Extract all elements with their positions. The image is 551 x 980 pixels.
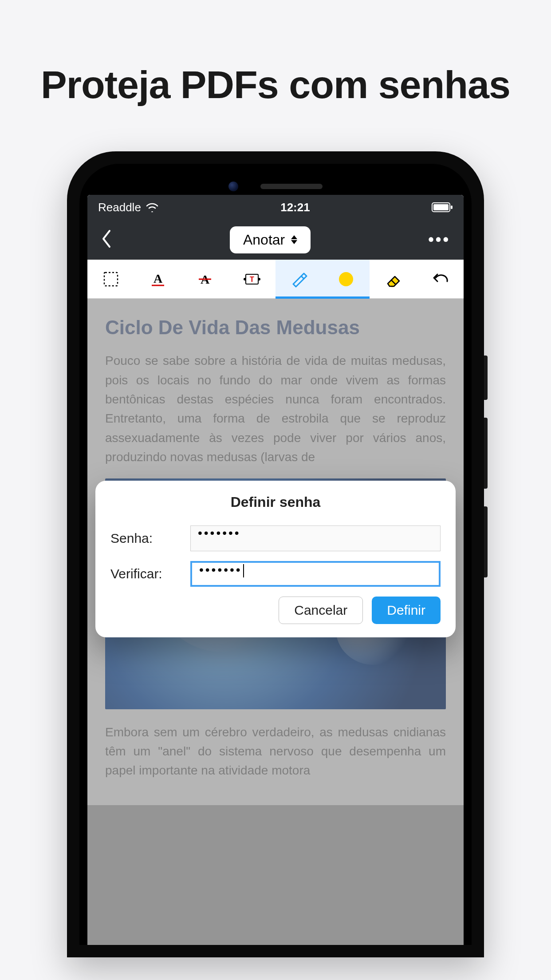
marketing-headline: Proteja PDFs com senhas [0, 0, 551, 151]
tool-highlighter[interactable] [276, 260, 323, 298]
battery-icon [432, 202, 453, 212]
dialog-title: Definir senha [110, 494, 441, 510]
phone-speaker-icon [260, 184, 323, 189]
set-password-dialog: Definir senha Senha: ••••••• Verificar: … [95, 481, 456, 637]
tool-undo[interactable] [417, 260, 464, 298]
svg-text:A: A [153, 272, 163, 285]
wifi-icon [146, 202, 159, 212]
password-label: Senha: [110, 531, 181, 546]
verify-label: Verificar: [110, 566, 181, 581]
carrier-label: Readdle [98, 201, 141, 214]
svg-rect-3 [104, 273, 118, 286]
svg-rect-1 [433, 204, 449, 210]
tool-textbox[interactable]: T [228, 260, 276, 298]
mode-label: Anotar [243, 232, 285, 248]
phone-mockup: Readdle 12:21 [67, 151, 484, 957]
tool-color[interactable] [323, 260, 370, 298]
password-input[interactable]: ••••••• [190, 526, 441, 551]
document-viewport[interactable]: Ciclo De Vida Das Medusas Pouco se sabe … [87, 299, 464, 945]
confirm-button[interactable]: Definir [372, 597, 441, 624]
phone-side-button [484, 418, 488, 489]
cancel-button[interactable]: Cancelar [279, 597, 363, 624]
tool-underline[interactable]: A [134, 260, 181, 298]
back-button[interactable] [101, 229, 112, 250]
clock-label: 12:21 [280, 201, 310, 214]
chevron-updown-icon [291, 235, 297, 244]
svg-rect-2 [451, 205, 453, 209]
app-screen: Readdle 12:21 [87, 195, 464, 945]
phone-side-button [484, 356, 488, 400]
tool-select[interactable] [87, 260, 134, 298]
mode-selector[interactable]: Anotar [230, 226, 311, 253]
svg-text:T: T [250, 276, 254, 283]
phone-camera-icon [228, 182, 238, 191]
svg-point-10 [244, 278, 246, 281]
nav-bar: Anotar ••• [87, 220, 464, 260]
status-bar: Readdle 12:21 [87, 195, 464, 220]
tool-strikethrough[interactable]: A [181, 260, 228, 298]
annotate-toolbar: A A T [87, 260, 464, 299]
phone-side-button [484, 506, 488, 577]
color-swatch-icon [339, 272, 353, 286]
svg-point-11 [258, 278, 260, 281]
tool-eraser[interactable] [370, 260, 417, 298]
verify-input[interactable]: ••••••• [190, 561, 441, 587]
more-button[interactable]: ••• [428, 230, 450, 249]
